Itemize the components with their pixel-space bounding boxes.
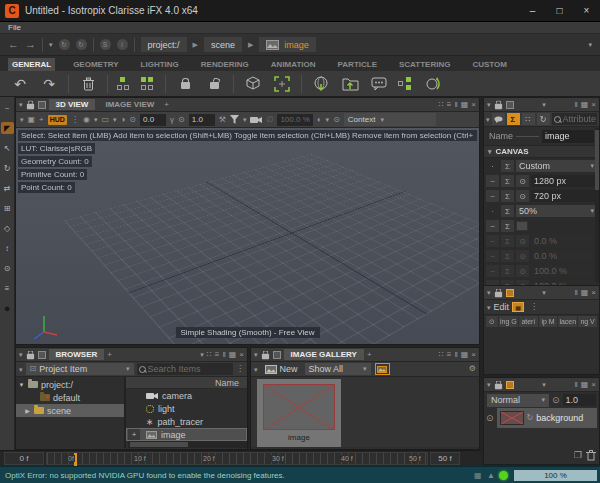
undo-icon[interactable]: ↶	[10, 74, 30, 94]
target-tool-icon[interactable]: ⊙	[1, 262, 14, 274]
camera-caret-icon[interactable]: ▾	[94, 116, 98, 123]
panel-pin-icon[interactable]	[506, 381, 514, 389]
panel-menu-caret-icon[interactable]: ▾	[542, 101, 546, 108]
list-item-image[interactable]: + image	[126, 428, 247, 441]
layout-cols-icon[interactable]: ‖	[454, 101, 457, 109]
layer-background[interactable]: ↻ background	[497, 408, 597, 428]
layer-refresh-icon[interactable]: ↻	[527, 414, 534, 422]
gamma-icon[interactable]: γ	[170, 116, 174, 124]
column-clip-map[interactable]: ip M	[539, 316, 558, 327]
add-tab-icon[interactable]: +	[367, 351, 372, 359]
layout-grid-icon[interactable]: ∷	[207, 351, 212, 359]
export-context-icon[interactable]	[340, 74, 360, 94]
navigate-icon[interactable]: +	[39, 116, 44, 124]
column-material[interactable]: ateri	[519, 316, 538, 327]
panel-caret-icon[interactable]: ▾	[487, 289, 491, 296]
timeline-start-field[interactable]: 0 f	[4, 452, 44, 465]
tree-item-project[interactable]: ▼ project:/	[16, 378, 124, 391]
color-swatch[interactable]	[516, 221, 528, 231]
panel-menu-caret-icon[interactable]: ▾	[200, 351, 204, 358]
comment-icon[interactable]	[369, 74, 389, 94]
sigma-icon[interactable]: Σ	[501, 190, 514, 202]
delete-icon[interactable]	[78, 74, 98, 94]
eye-icon[interactable]: ⊙	[516, 190, 529, 202]
eye-icon[interactable]: ⊙	[516, 175, 529, 187]
attribute-scrollbar[interactable]	[595, 128, 599, 282]
import-reference-icon[interactable]	[311, 74, 331, 94]
tools-icon[interactable]: ⚒	[219, 116, 226, 124]
exposure-icon[interactable]: ◑	[121, 116, 126, 124]
new-image-button[interactable]: New	[262, 364, 301, 374]
tree-item-default[interactable]: default	[16, 391, 124, 404]
close-panel-icon[interactable]: ×	[471, 351, 476, 359]
comment-bubble-icon[interactable]	[492, 113, 505, 125]
opacity-value[interactable]: 1.0	[563, 394, 596, 406]
resolution-preset-dropdown[interactable]: Custom▾	[516, 160, 597, 172]
layout-table-icon[interactable]: ▦	[581, 101, 589, 109]
expand-icon[interactable]: ▶	[24, 407, 31, 414]
add-tab-icon[interactable]: +	[107, 351, 112, 359]
unlock-icon[interactable]	[204, 74, 224, 94]
curve-icon[interactable]: ~	[486, 190, 499, 202]
breadcrumb-scene[interactable]: scene	[204, 37, 242, 52]
curve-icon[interactable]: ~	[486, 220, 499, 232]
pivot-tool-icon[interactable]: ⊞	[1, 202, 14, 214]
view-options-caret-icon[interactable]: ▾	[20, 116, 24, 123]
shading-caret-icon[interactable]: ▾	[326, 116, 330, 123]
panel-menu-caret-icon[interactable]: ▾	[542, 381, 546, 388]
measure-tool-icon[interactable]: ↕	[1, 242, 14, 254]
shelf-tab-scattering[interactable]: SCATTERING	[395, 58, 454, 71]
layer-visibility-icon[interactable]: ⊙	[486, 413, 494, 423]
curve-icon[interactable]: ~	[486, 175, 499, 187]
close-panel-icon[interactable]: ×	[591, 101, 596, 109]
layout-table-icon[interactable]: ▦	[581, 381, 589, 389]
nav-back-icon[interactable]: ←	[8, 39, 19, 50]
list-item-light[interactable]: light	[126, 402, 247, 415]
nav-history-caret-icon[interactable]: ▾	[49, 41, 53, 48]
tree-item-scene[interactable]: ▶ scene	[16, 404, 124, 417]
browser-search-input[interactable]: Search Items	[137, 363, 233, 375]
more-icon[interactable]: ⋮	[530, 303, 538, 311]
list-header-name[interactable]: Name	[126, 377, 247, 389]
info-icon[interactable]: i	[117, 39, 128, 50]
list-tool-icon[interactable]: ≡	[1, 282, 14, 294]
delete-layer-icon[interactable]	[586, 450, 596, 461]
filter-type-dropdown[interactable]: ⊡Project Item▾	[26, 363, 134, 375]
layout-cols-icon[interactable]: ‖	[574, 381, 577, 389]
shelf-tab-particle[interactable]: PARTICLE	[334, 58, 381, 71]
nav-reload-icon[interactable]: ↻	[76, 39, 87, 50]
attr-caret-icon[interactable]: ▾	[486, 116, 490, 123]
panel-pin-icon[interactable]	[506, 101, 514, 109]
camera-select-icon[interactable]: ◉	[83, 116, 90, 124]
tab-3d-view[interactable]: 3D VIEW	[49, 99, 96, 110]
render-camera-icon[interactable]	[250, 116, 262, 124]
layout-rows-icon[interactable]: ≡	[447, 351, 452, 359]
warning-icon[interactable]: ▲	[487, 471, 495, 480]
snap-tool-icon[interactable]: ◇	[1, 222, 14, 234]
rotate-tool-icon[interactable]: ↻	[1, 162, 14, 174]
tab-browser[interactable]: BROWSER	[49, 349, 105, 360]
opacity-eye-icon[interactable]: ⊙	[552, 395, 560, 405]
instantiate-icon[interactable]	[117, 77, 132, 91]
visibility-eye-icon[interactable]: ⊙	[333, 115, 340, 124]
script-icon[interactable]: S	[100, 39, 111, 50]
thumbnail-view-toggle[interactable]	[375, 363, 390, 375]
isolate-icon[interactable]	[422, 74, 442, 94]
maximize-button[interactable]: □	[546, 0, 573, 22]
panel-lock-icon[interactable]	[494, 384, 501, 390]
list-item-path-tracer[interactable]: ∗ path_tracer	[126, 415, 247, 428]
revert-icon[interactable]: ↻	[537, 113, 550, 125]
panel-lock-icon[interactable]	[494, 292, 501, 298]
panel-pin-icon[interactable]	[273, 351, 281, 359]
nav-forward-icon[interactable]: →	[25, 39, 36, 50]
sigma-icon[interactable]: Σ	[501, 160, 514, 172]
layout-table-icon[interactable]: ▦	[461, 351, 469, 359]
breadcrumb-project[interactable]: project:/	[141, 37, 187, 52]
hud-toggle[interactable]: HUD	[48, 115, 67, 125]
more-icon[interactable]: ⋮	[236, 365, 244, 373]
layout-cols-icon[interactable]: ‖	[574, 289, 577, 297]
panel-caret-icon[interactable]: ▾	[487, 381, 491, 388]
minimize-button[interactable]: –	[519, 0, 546, 22]
layout-cols-icon[interactable]: ‖	[574, 101, 577, 109]
menu-file[interactable]: File	[8, 23, 21, 32]
